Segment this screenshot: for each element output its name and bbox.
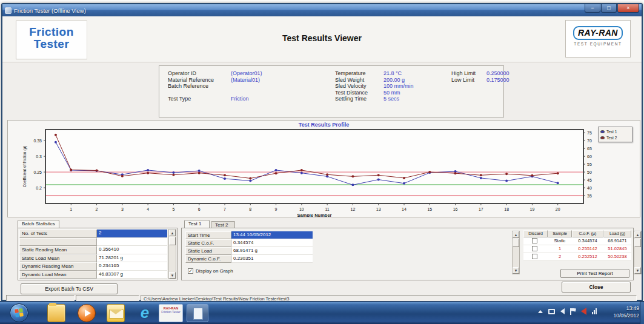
- batch-stat-row[interactable]: Static Reading Mean0.356410: [19, 246, 167, 254]
- maximize-button[interactable]: □: [601, 4, 617, 13]
- x-axis-tick: 16: [453, 207, 458, 211]
- test-field-row[interactable]: Static C.o.F.0.344574: [185, 239, 313, 247]
- scroll-up-icon[interactable]: ▲: [634, 231, 641, 238]
- tray-window-icon[interactable]: [548, 309, 555, 314]
- test-fields-list[interactable]: Start Time13:44 10/05/2012Static C.o.F.0…: [185, 231, 313, 263]
- scrollbar-thumb[interactable]: [513, 239, 519, 247]
- batch-stat-row[interactable]: [19, 238, 167, 246]
- batch-stat-value[interactable]: 0.234165: [97, 262, 167, 271]
- data-point: [96, 169, 98, 171]
- results-scrollbar[interactable]: ▲ ▼: [634, 231, 642, 274]
- table-row[interactable]: 20.25251250.50238: [523, 253, 631, 261]
- test-fields-scrollbar[interactable]: ▲ ▼: [512, 231, 520, 274]
- cof-cell: 0.255142: [572, 245, 603, 253]
- scroll-down-icon[interactable]: ▼: [634, 267, 641, 274]
- discard-checkbox[interactable]: [532, 238, 537, 243]
- test-results-chart[interactable]: 0.20.250.30.3535404550556065707512345678…: [20, 124, 599, 217]
- table-row[interactable]: Static0.34457468.91471: [523, 237, 631, 245]
- data-point: [249, 180, 251, 182]
- test-field-value[interactable]: 0.344574: [231, 239, 313, 247]
- scrollbar-thumb[interactable]: [169, 237, 176, 245]
- data-point: [326, 173, 328, 176]
- data-point: [70, 168, 72, 171]
- scroll-up-icon[interactable]: ▲: [513, 231, 519, 238]
- batch-stat-value[interactable]: 46.83307 g: [97, 271, 167, 279]
- tab-test-1[interactable]: Test 1: [184, 220, 210, 228]
- data-point: [224, 177, 226, 180]
- y-axis-label-left: Coefficient of friction (µ): [22, 146, 27, 188]
- y-axis-tick-right: 65: [587, 147, 592, 151]
- discard-cell[interactable]: [523, 253, 548, 260]
- x-axis-tick: 12: [351, 207, 356, 211]
- print-test-report-button[interactable]: Print Test Report: [560, 269, 629, 278]
- info-value: 200.00 g: [383, 77, 405, 83]
- scroll-down-icon[interactable]: ▼: [169, 272, 176, 279]
- x-axis-tick: 2: [96, 207, 98, 211]
- discard-cell[interactable]: [523, 245, 548, 253]
- test-field-value[interactable]: 68.91471 g: [231, 247, 313, 255]
- taskbar-document-app[interactable]: [187, 304, 208, 322]
- test-field-row[interactable]: Dynamic C.o.F.0.230351: [185, 255, 313, 263]
- taskbar-friction-tester-app[interactable]: RAY-RAN Friction Tester: [159, 304, 183, 322]
- tab-batch-statistics[interactable]: Batch Statistics: [18, 220, 59, 228]
- y-axis-tick-left: 0.25: [33, 170, 42, 174]
- x-axis-tick: 5: [172, 207, 174, 211]
- chart-panel: Test Results Profile 0.20.250.30.3535404…: [7, 120, 640, 217]
- batch-stat-row[interactable]: Static Load Mean71.28201 g: [19, 254, 167, 263]
- tray-expand-icon[interactable]: [538, 310, 543, 313]
- window-titlebar[interactable]: Friction Tester (Offline View) − □ ×: [2, 4, 642, 16]
- discard-checkbox[interactable]: [532, 246, 537, 251]
- mail-icon[interactable]: [107, 304, 125, 322]
- batch-stat-value[interactable]: 0.356410: [97, 246, 167, 254]
- show-desktop-button[interactable]: [640, 302, 644, 324]
- discard-cell[interactable]: [523, 237, 548, 245]
- batch-stat-row[interactable]: Dynamic Load Mean46.83307 g: [19, 271, 167, 279]
- windows-logo-icon: [15, 308, 24, 317]
- data-point: [300, 172, 303, 174]
- data-point: [557, 182, 559, 184]
- display-on-graph-checkbox[interactable]: ✓: [188, 268, 193, 274]
- data-point: [147, 172, 149, 174]
- batch-stat-row[interactable]: No. of Tests2: [19, 230, 167, 238]
- scroll-down-icon[interactable]: ▼: [513, 267, 519, 274]
- x-axis-tick: 17: [479, 207, 483, 211]
- legend-item[interactable]: Test 1: [600, 128, 630, 134]
- taskbar-app-sublabel: Friction Tester: [159, 310, 182, 314]
- sample-results-table[interactable]: DiscardSampleC.o.F. (µ)Load (g)Static0.3…: [523, 230, 631, 261]
- test-field-value[interactable]: 13:44 10/05/2012: [231, 231, 313, 239]
- batch-stat-row[interactable]: Dynamic Reading Mean0.234165: [19, 262, 167, 271]
- action-center-flag-icon[interactable]: [570, 308, 576, 315]
- test-field-value[interactable]: 0.230351: [231, 255, 313, 263]
- x-axis-tick: 20: [556, 207, 560, 211]
- data-point: [403, 177, 405, 179]
- info-column-parameters: Temperature21.8 °CSled Weight200.00 gSle…: [335, 70, 414, 102]
- speaker-icon[interactable]: [560, 308, 565, 314]
- batch-stat-value[interactable]: 71.28201 g: [97, 254, 167, 263]
- display-on-graph-row[interactable]: ✓ Display on Graph: [188, 268, 233, 274]
- test-field-row[interactable]: Start Time13:44 10/05/2012: [185, 231, 313, 239]
- x-axis-tick: 14: [402, 207, 407, 211]
- network-signal-icon[interactable]: [592, 308, 597, 314]
- export-batch-csv-button[interactable]: Export Batch To CSV: [21, 283, 118, 294]
- legend-item[interactable]: Test 2: [600, 134, 630, 141]
- batch-stat-value[interactable]: [97, 238, 167, 246]
- media-player-icon[interactable]: [78, 304, 96, 322]
- close-window-button[interactable]: ×: [617, 4, 639, 13]
- x-axis-tick: 1: [70, 207, 72, 211]
- explorer-icon[interactable]: [47, 304, 65, 322]
- discard-checkbox[interactable]: [532, 254, 537, 259]
- tray-alert-icon[interactable]: [581, 308, 586, 315]
- start-button[interactable]: [10, 303, 28, 322]
- batch-statistics-list[interactable]: No. of Tests2Static Reading Mean0.356410…: [19, 230, 167, 279]
- batch-stat-value[interactable]: 2: [97, 230, 167, 238]
- scroll-up-icon[interactable]: ▲: [169, 230, 176, 236]
- info-label: Sled Weight: [335, 77, 383, 83]
- internet-explorer-icon[interactable]: e: [136, 304, 154, 322]
- taskbar-clock[interactable]: 13:49 10/05/2012: [613, 305, 639, 320]
- close-button[interactable]: Close: [562, 282, 631, 293]
- scrollbar-thumb[interactable]: [634, 239, 641, 247]
- test-field-row[interactable]: Static Load68.91471 g: [185, 247, 313, 255]
- minimize-button[interactable]: −: [585, 4, 600, 13]
- table-row[interactable]: 10.25514251.02845: [523, 245, 631, 253]
- batch-scrollbar[interactable]: ▲ ▼: [168, 229, 176, 279]
